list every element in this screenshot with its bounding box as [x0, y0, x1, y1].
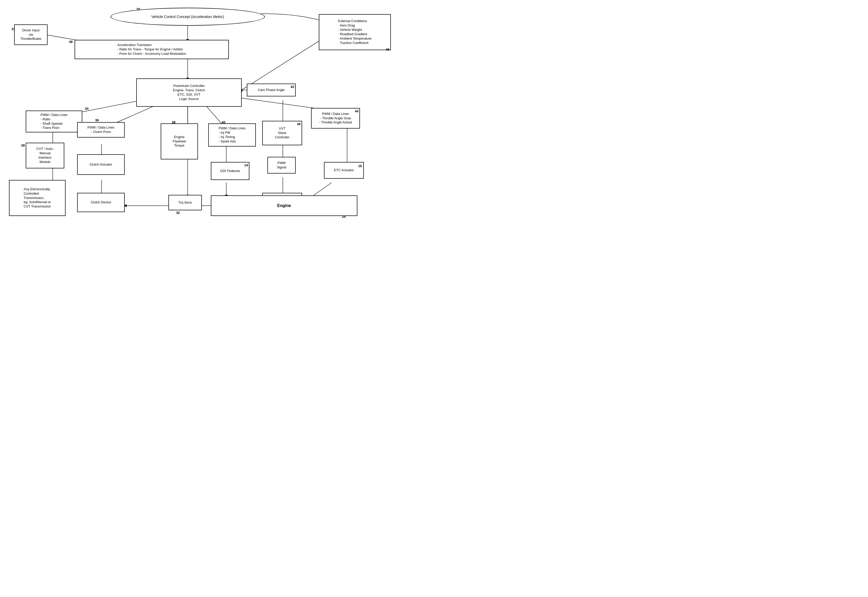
gdi-features-node: GDI Features [211, 162, 249, 180]
trq-sens-node: Trq Sens [168, 195, 202, 210]
label-24: 24 [342, 215, 346, 218]
accel-translator-node: Acceleration Translator: - Ratio for Tra… [74, 40, 229, 59]
etc-actuator-node: ETC Actuator [324, 162, 364, 179]
cam-phase-node: Cam Phase Angle [247, 83, 296, 97]
label-46: 46 [386, 48, 389, 51]
label-14: 14 [244, 163, 248, 167]
svg-line-6 [242, 41, 319, 90]
pwm-inj-node: PWM / Data Lines - inj PW - Inj Timing -… [208, 123, 256, 147]
label-44: 44 [355, 109, 358, 113]
external-conditions-node: External Conditions · Aero Drag · Vehicl… [319, 14, 391, 50]
powertrain-controller-node: Powertrain Controller Engine, Trans, Clu… [136, 79, 242, 107]
clutch-actuator-node: Clutch Actuator [77, 154, 125, 175]
label-34: 34 [85, 107, 88, 111]
label-32: 32 [176, 211, 180, 215]
pwm-trans-node: PWM / Data Lines - Ratio - Shaft Speeds … [26, 111, 82, 132]
pwm-throttle-node: PWM / Data Lines - Throttle Angle Goal -… [311, 108, 360, 129]
label-42: 42 [291, 85, 294, 89]
clutch-device-node: Clutch Device [77, 193, 125, 212]
engine-flywheel-node: Engine Flywheel Torque [161, 123, 198, 159]
engine-node: Engine [211, 195, 358, 216]
any-transmission-node: Any Electronically Controlled Transmissi… [9, 180, 65, 216]
label-16: 16 [358, 164, 362, 168]
cvt-module-node: CVT / Auto- Manual Interface Module [26, 143, 64, 168]
pwm-clutch-node: PWM / Data Lines - Clutch Posn [77, 122, 125, 138]
vehicle-control-node: Vehicle Control Concept (Acceleration Me… [111, 8, 265, 26]
pwm-signal-node: PWM Signal [267, 157, 296, 174]
label-48: 48 [69, 40, 73, 44]
svg-line-17 [206, 105, 224, 126]
label-26: 26 [297, 122, 301, 126]
diagram-container: 10 Vehicle Control Concept (Acceleration… [0, 0, 434, 298]
driver-input-node: Driver Input via Throttle/Brake [14, 24, 47, 45]
label-28: 28 [21, 144, 25, 147]
vvt-slave-node: VVT Slave Controller [262, 121, 302, 145]
label-36: 36 [95, 118, 99, 122]
